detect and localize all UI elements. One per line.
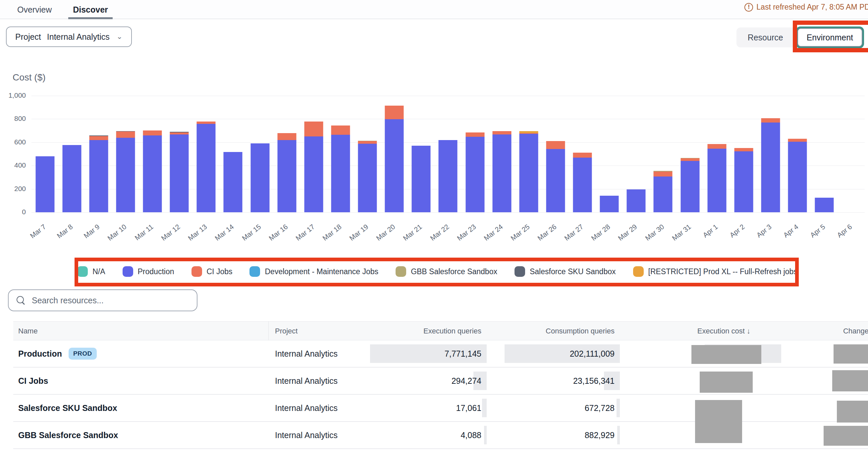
execution-queries-cell: 7,771,145	[342, 341, 482, 367]
value-text: 202,111,009	[570, 349, 615, 359]
value-text: 882,929	[585, 430, 615, 440]
cost-dashboard: OverviewDiscover ! Last refreshed Apr 7,…	[0, 0, 868, 451]
project-cell: Internal Analytics	[275, 341, 338, 367]
value-heat-bar	[617, 426, 620, 444]
project-cell: Internal Analytics	[275, 367, 338, 394]
value-heat-bar	[617, 399, 620, 417]
project-cell: Internal Analytics	[275, 422, 338, 448]
redacted-value	[695, 400, 742, 443]
consumption-queries-cell: 672,728	[475, 395, 615, 421]
annotation-box-legend	[74, 258, 799, 286]
consumption-queries-cell: 23,156,341	[475, 367, 615, 394]
resource-name: GBB Salesforce Sandbox	[18, 422, 118, 448]
value-text: 23,156,341	[573, 376, 615, 386]
resource-name: Salesforce SKU Sandbox	[18, 395, 117, 421]
resource-name: ProductionPROD	[18, 341, 97, 367]
execution-queries-cell: 17,061	[342, 395, 482, 421]
table-header-row: NameProjectExecution queriesConsumption …	[13, 321, 868, 341]
column-header-name[interactable]: Name	[18, 322, 38, 341]
column-header-consumption-queries[interactable]: Consumption queries	[495, 322, 615, 341]
column-header-project[interactable]: Project	[275, 322, 298, 341]
consumption-queries-cell: 202,111,009	[475, 341, 615, 367]
column-header-execution-cost[interactable]: Execution cost ↓	[631, 322, 750, 341]
value-text: 672,728	[585, 403, 615, 413]
consumption-queries-cell: 882,929	[475, 422, 615, 448]
resources-table: NameProjectExecution queriesConsumption …	[0, 0, 868, 451]
redacted-value	[832, 370, 868, 391]
redacted-value	[824, 426, 868, 446]
redacted-value	[700, 372, 753, 393]
column-header-execution-queries[interactable]: Execution queries	[362, 322, 482, 341]
column-header-change[interactable]: Change	[749, 322, 868, 341]
execution-queries-cell: 4,088	[342, 422, 482, 448]
prod-badge: PROD	[69, 348, 97, 360]
redacted-value	[834, 344, 868, 363]
annotation-box-environment	[793, 21, 868, 52]
redacted-value	[837, 401, 868, 422]
redacted-value	[691, 345, 761, 364]
project-cell: Internal Analytics	[275, 395, 338, 421]
resource-name: CI Jobs	[18, 367, 48, 394]
execution-queries-cell: 294,274	[342, 367, 482, 394]
